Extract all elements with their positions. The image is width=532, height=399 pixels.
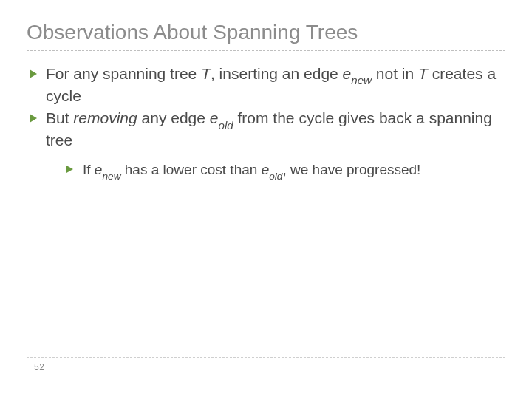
text: For any spanning tree bbox=[46, 65, 201, 82]
title-divider bbox=[27, 50, 505, 51]
text: not in bbox=[372, 65, 418, 82]
bullet-list: For any spanning tree T, inserting an ed… bbox=[27, 64, 505, 181]
text: , inserting an edge bbox=[211, 65, 343, 82]
var-e: e bbox=[210, 109, 219, 126]
text: , we have progressed! bbox=[282, 162, 420, 177]
var-e: e bbox=[95, 162, 103, 177]
subscript-new: new bbox=[102, 171, 120, 182]
text: has a lower cost than bbox=[121, 162, 262, 177]
text: any edge bbox=[137, 109, 210, 126]
sub-bullet-list: If enew has a lower cost than eold, we h… bbox=[46, 161, 505, 182]
bullet-item: But removing any edge eold from the cycl… bbox=[30, 109, 505, 181]
slide-title: Observations About Spanning Trees bbox=[27, 21, 505, 44]
var-T: T bbox=[201, 65, 211, 82]
page-number: 52 bbox=[27, 362, 505, 372]
var-e: e bbox=[343, 65, 352, 82]
slide-container: Observations About Spanning Trees For an… bbox=[0, 0, 532, 399]
footer-divider bbox=[27, 357, 505, 358]
subscript-new: new bbox=[351, 74, 372, 86]
sub-bullet-item: If enew has a lower cost than eold, we h… bbox=[66, 161, 505, 182]
text: But bbox=[46, 109, 73, 126]
subscript-old: old bbox=[269, 171, 282, 182]
text: If bbox=[83, 162, 95, 177]
slide-footer: 52 bbox=[27, 357, 505, 372]
subscript-old: old bbox=[219, 119, 233, 132]
emph-removing: removing bbox=[73, 109, 137, 126]
bullet-item: For any spanning tree T, inserting an ed… bbox=[30, 64, 505, 106]
var-e: e bbox=[262, 162, 270, 177]
var-T: T bbox=[418, 65, 428, 82]
